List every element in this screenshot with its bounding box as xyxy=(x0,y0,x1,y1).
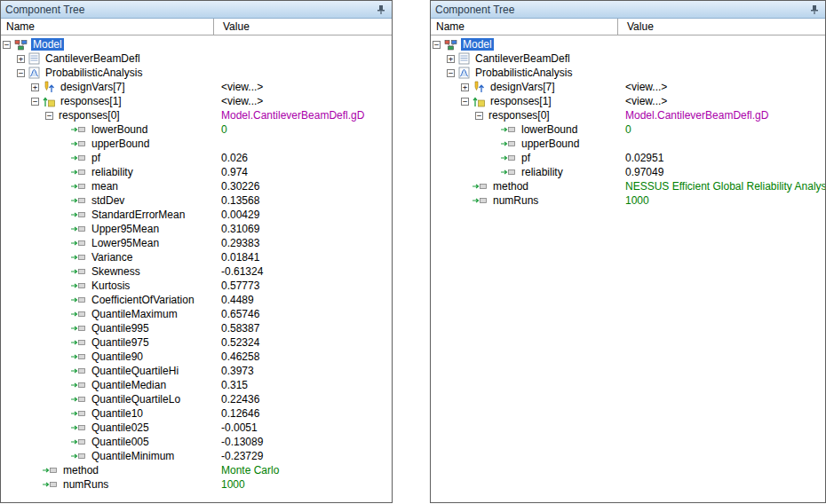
tree-row[interactable]: +designVars[7]<view...> xyxy=(1,80,392,94)
pin-icon[interactable] xyxy=(375,4,387,16)
tree-row[interactable]: −ProbabilisticAnalysis xyxy=(1,66,392,80)
node-label[interactable]: Upper95Mean xyxy=(90,223,161,235)
tree-row-name[interactable]: QuantileMaximum xyxy=(1,308,214,320)
tree-row[interactable]: reliability0.974 xyxy=(1,165,392,179)
tree-row[interactable]: methodMonte Carlo xyxy=(1,463,392,477)
tree-row-name[interactable]: reliability xyxy=(431,166,618,178)
column-header-value[interactable]: Value xyxy=(214,19,392,35)
tree-row[interactable]: numRuns1000 xyxy=(1,477,392,492)
node-label[interactable]: Skewness xyxy=(90,265,142,278)
expand-icon[interactable]: + xyxy=(447,55,455,63)
tree-row[interactable]: −responses[1]<view...> xyxy=(1,94,392,108)
tree-row[interactable]: QuantileMedian0.315 xyxy=(1,378,392,392)
node-label[interactable]: Kurtosis xyxy=(90,280,131,292)
tree-row-name[interactable]: upperBound xyxy=(1,138,214,150)
node-label[interactable]: reliability xyxy=(520,166,565,178)
node-label[interactable]: stdDev xyxy=(90,194,126,207)
tree-row[interactable]: Quantile9950.58387 xyxy=(1,321,392,335)
tree-row[interactable]: reliability0.97049 xyxy=(431,165,825,179)
tree-row[interactable]: upperBound xyxy=(1,137,392,151)
node-label[interactable]: method xyxy=(491,180,530,193)
tree-row-name[interactable]: QuantileMedian xyxy=(1,379,214,391)
tree-row[interactable]: QuantileQuartileHi0.3973 xyxy=(1,364,392,378)
node-label[interactable]: responses[0] xyxy=(57,109,122,122)
tree-row-name[interactable]: upperBound xyxy=(431,138,618,150)
tree-row[interactable]: Quantile025-0.0051 xyxy=(1,421,392,435)
node-label[interactable]: CoefficientOfVariation xyxy=(90,294,196,306)
tree-row[interactable]: Quantile900.46258 xyxy=(1,350,392,364)
node-label[interactable]: CantileverBeamDefl xyxy=(473,52,572,65)
tree-row-name[interactable]: +CantileverBeamDefl xyxy=(1,52,214,65)
tree-row-name[interactable]: −responses[1] xyxy=(431,95,618,107)
node-label[interactable]: designVars[7] xyxy=(59,81,127,93)
column-header-value[interactable]: Value xyxy=(618,19,825,35)
node-label[interactable]: mean xyxy=(90,180,120,193)
node-label[interactable]: Quantile90 xyxy=(90,350,145,363)
tree-row[interactable]: −Model xyxy=(1,37,392,51)
tree-row[interactable]: −responses[0]Model.CantileverBeamDefl.gD xyxy=(1,108,392,122)
tree-row[interactable]: lowerBound0 xyxy=(1,122,392,137)
node-label[interactable]: pf xyxy=(520,152,532,164)
tree-row-name[interactable]: StandardErrorMean xyxy=(1,209,214,221)
collapse-icon[interactable]: − xyxy=(31,98,39,106)
column-header-name[interactable]: Name xyxy=(431,19,618,35)
node-label[interactable]: pf xyxy=(90,152,102,164)
tree-row-name[interactable]: +CantileverBeamDefl xyxy=(431,52,618,65)
tree-row[interactable]: Lower95Mean0.29383 xyxy=(1,236,392,250)
tree-row[interactable]: QuantileQuartileLo0.22436 xyxy=(1,392,392,406)
tree-row[interactable]: +designVars[7]<view...> xyxy=(431,80,825,94)
tree-row-name[interactable]: QuantileQuartileLo xyxy=(1,393,214,406)
tree-row-name[interactable]: Kurtosis xyxy=(1,280,214,292)
node-label[interactable]: upperBound xyxy=(90,138,151,150)
tree-row-name[interactable]: Quantile975 xyxy=(1,336,214,349)
collapse-icon[interactable]: − xyxy=(3,41,11,49)
node-label[interactable]: upperBound xyxy=(520,138,581,150)
node-label[interactable]: QuantileMedian xyxy=(90,379,168,391)
expand-icon[interactable]: + xyxy=(17,55,25,63)
tree-row-name[interactable]: stdDev xyxy=(1,194,214,207)
tree-row[interactable]: Variance0.01841 xyxy=(1,250,392,264)
tree-row-name[interactable]: method xyxy=(431,180,618,193)
tree-row-name[interactable]: +designVars[7] xyxy=(431,81,618,93)
tree-row[interactable]: StandardErrorMean0.00429 xyxy=(1,208,392,222)
node-label[interactable]: Variance xyxy=(90,251,134,264)
tree-row[interactable]: −responses[0]Model.CantileverBeamDefl.gD xyxy=(431,108,825,122)
node-value[interactable]: <view...> xyxy=(618,95,825,107)
tree-row[interactable]: stdDev0.13568 xyxy=(1,193,392,208)
collapse-icon[interactable]: − xyxy=(433,41,441,49)
tree-row-name[interactable]: Upper95Mean xyxy=(1,223,214,235)
pin-icon[interactable] xyxy=(808,4,821,16)
tree-row[interactable]: methodNESSUS Efficient Global Reliabilit… xyxy=(431,179,825,193)
node-label[interactable]: lowerBound xyxy=(90,123,149,136)
tree-row-name[interactable]: +designVars[7] xyxy=(1,81,214,93)
node-label[interactable]: Quantile975 xyxy=(90,336,151,349)
node-label[interactable]: ProbabilisticAnalysis xyxy=(44,67,144,79)
collapse-icon[interactable]: − xyxy=(17,69,25,77)
tree-row-name[interactable]: −ProbabilisticAnalysis xyxy=(431,67,618,79)
tree-row[interactable]: −Model xyxy=(431,37,825,51)
node-label[interactable]: Quantile995 xyxy=(90,322,151,335)
collapse-icon[interactable]: − xyxy=(45,112,53,120)
tree-row-name[interactable]: −responses[1] xyxy=(1,95,214,107)
node-label[interactable]: responses[1] xyxy=(488,95,553,107)
node-label[interactable]: method xyxy=(61,464,100,476)
tree-row[interactable]: QuantileMinimum-0.23729 xyxy=(1,449,392,463)
node-label[interactable]: QuantileMaximum xyxy=(90,308,179,320)
node-label[interactable]: StandardErrorMean xyxy=(90,209,187,221)
tree-row-name[interactable]: mean xyxy=(1,180,214,193)
tree-row-name[interactable]: Quantile005 xyxy=(1,436,214,448)
tree-row[interactable]: pf0.02951 xyxy=(431,151,825,165)
tree-row[interactable]: −responses[1]<view...> xyxy=(431,94,825,108)
tree-row-name[interactable]: CoefficientOfVariation xyxy=(1,294,214,306)
tree-row-name[interactable]: pf xyxy=(431,152,618,164)
tree-row-name[interactable]: method xyxy=(1,464,214,476)
tree-row-name[interactable]: QuantileMinimum xyxy=(1,450,214,462)
tree-row[interactable]: mean0.30226 xyxy=(1,179,392,193)
tree-row-name[interactable]: −Model xyxy=(431,38,618,51)
tree-row[interactable]: Quantile100.12646 xyxy=(1,406,392,421)
tree-row[interactable]: Upper95Mean0.31069 xyxy=(1,222,392,236)
tree-row[interactable]: +CantileverBeamDefl xyxy=(431,51,825,66)
node-label[interactable]: Model xyxy=(461,38,494,51)
tree-row-name[interactable]: −responses[0] xyxy=(1,109,214,122)
node-label[interactable]: QuantileQuartileLo xyxy=(90,393,182,406)
